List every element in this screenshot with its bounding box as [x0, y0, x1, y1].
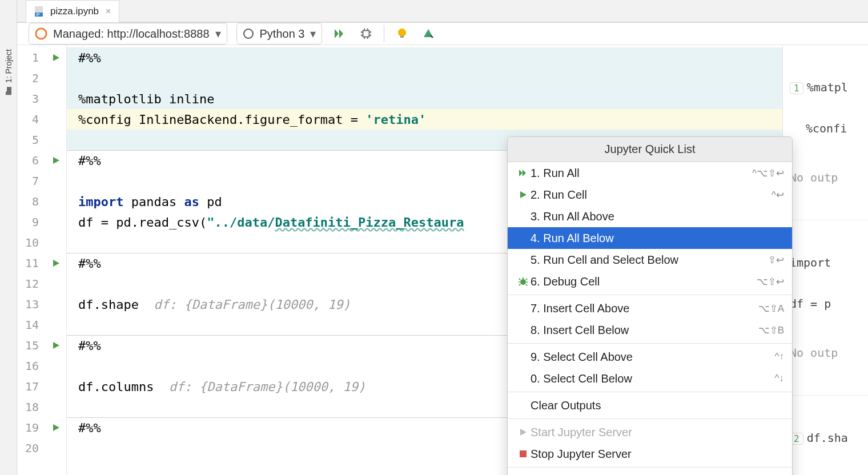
svg-rect-5 [363, 31, 369, 37]
svg-text:IP: IP [36, 13, 40, 17]
tab-filename: pizza.ipynb [50, 6, 99, 17]
variables-button[interactable] [393, 25, 411, 42]
run-gutter [46, 45, 66, 475]
line-number-gutter: 12345 678910 1112131415 1617181920 [17, 45, 46, 475]
ql-run-cell[interactable]: 2. Run Cell ^↩ [508, 184, 792, 206]
run-all-button[interactable] [331, 25, 348, 42]
play-icon [51, 341, 61, 350]
play-icon [51, 53, 61, 62]
server-selector[interactable]: Managed: http://localhost:8888 ▾ [29, 23, 227, 45]
run-cell-gutter-19[interactable] [46, 417, 66, 438]
run-all-icon [333, 27, 347, 41]
code-line: %matplotlib inline [78, 92, 214, 106]
datalore-icon [421, 27, 435, 41]
ql-insert-cell-above[interactable]: 7. Insert Cell Above ⌥⇧A [508, 297, 792, 319]
code-line: #%% [78, 421, 101, 435]
code-line: #%% [78, 256, 101, 271]
string-literal: 'retina' [365, 112, 426, 127]
keyword: as [184, 195, 199, 209]
run-all-icon [518, 168, 528, 178]
datalore-button[interactable] [420, 25, 437, 42]
play-icon [519, 428, 527, 436]
jupyter-toolbar: Managed: http://localhost:8888 ▾ Python … [17, 23, 868, 45]
run-cell-gutter-1[interactable] [46, 47, 66, 68]
lightbulb-icon [396, 27, 408, 40]
svg-rect-7 [400, 36, 404, 38]
chevron-down-icon: ▾ [215, 27, 221, 41]
svg-point-3 [36, 29, 46, 39]
chevron-down-icon: ▾ [310, 27, 316, 41]
project-tab-label: 1: Project [4, 49, 13, 83]
jupyter-quick-list-popup: Jupyter Quick List 1. Run All ^⌥⇧↩ 2. Ru… [507, 136, 793, 475]
editor-tab-bar: IP pizza.ipynb × [17, 0, 868, 23]
svg-point-4 [244, 29, 253, 38]
play-icon [51, 423, 61, 432]
ql-stop-jupyter-server[interactable]: Stop Jupyter Server [508, 443, 792, 465]
svg-rect-9 [520, 450, 527, 457]
ql-run-all-above[interactable]: 3. Run All Above [508, 206, 792, 227]
run-cell-gutter-15[interactable] [46, 335, 66, 356]
kernel-selector[interactable]: Python 3 ▾ [236, 23, 323, 45]
quick-list-title: Jupyter Quick List [508, 137, 792, 162]
ql-select-cell-below[interactable]: 0. Select Cell Below ^↓ [508, 368, 792, 389]
code-line: #%% [78, 51, 101, 65]
play-icon [519, 190, 528, 199]
ql-debug-cell[interactable]: 6. Debug Cell ⌥⇧↩ [508, 271, 792, 292]
play-icon [51, 259, 61, 268]
ql-configure-shortcuts[interactable]: Configure Shortcuts... [508, 470, 792, 475]
ql-insert-cell-below[interactable]: 8. Insert Cell Below ⌥⇧B [508, 319, 792, 341]
ql-run-cell-select-below[interactable]: 5. Run Cell and Select Below ⇧↩ [508, 249, 792, 271]
run-cell-gutter-6[interactable] [46, 150, 66, 171]
cell-badge: 1 [790, 82, 803, 94]
code-line: #%% [78, 154, 101, 168]
code-line: #%% [78, 339, 101, 353]
separator [384, 25, 384, 42]
ql-run-all-below[interactable]: 4. Run All Below [508, 227, 792, 249]
play-icon [51, 156, 61, 165]
svg-point-8 [520, 279, 526, 285]
svg-point-6 [398, 29, 406, 37]
bug-icon [518, 276, 528, 287]
run-cell-gutter-11[interactable] [46, 253, 66, 273]
inline-hint: df: {DataFrame}(10000, 19) [169, 380, 365, 394]
ql-select-cell-above[interactable]: 9. Select Cell Above ^↑ [508, 346, 792, 368]
close-tab-icon[interactable]: × [106, 6, 111, 17]
jupyter-icon [35, 27, 47, 40]
ql-start-jupyter-server: Start Jupyter Server [508, 421, 792, 443]
tool-window-bar: 1: Project [0, 0, 17, 475]
ql-clear-outputs[interactable]: Clear Outputs [508, 395, 792, 416]
keyword: import [78, 195, 123, 209]
cpu-icon [360, 27, 372, 40]
code-line: %config InlineBackend.figure_format = [78, 112, 365, 127]
stop-icon [519, 450, 527, 458]
folder-icon [4, 86, 13, 95]
server-label: Managed: http://localhost:8888 [53, 27, 210, 41]
interrupt-button[interactable] [357, 25, 375, 42]
kernel-circle-icon [243, 28, 254, 39]
file-tab-pizza[interactable]: IP pizza.ipynb × [26, 0, 119, 22]
ql-run-all[interactable]: 1. Run All ^⌥⇧↩ [508, 162, 792, 184]
project-tool-tab[interactable]: 1: Project [2, 46, 15, 99]
preview-panel: 1%matpl %confi No outp import df = p No … [782, 45, 868, 475]
ipynb-file-icon: IP [33, 5, 46, 18]
inline-hint: df: {DataFrame}(10000, 19) [154, 297, 350, 312]
kernel-label: Python 3 [260, 27, 305, 41]
